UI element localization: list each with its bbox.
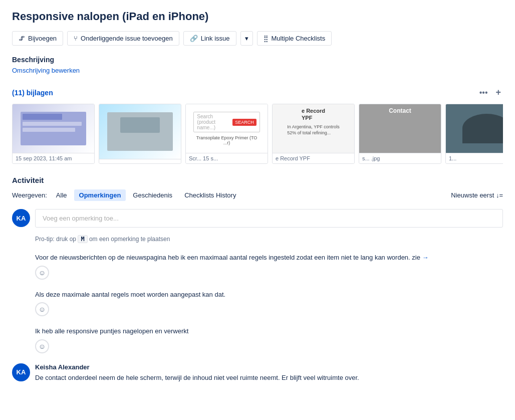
product-label: Transoplate Epoxy Primer (TO...r) xyxy=(196,135,258,145)
protip-text: Pro-tip: druk op xyxy=(35,236,78,243)
activity-item: Voor de nieuwsberichten op de nieuwspagi… xyxy=(12,253,503,280)
attachments-grid: 15 sep 2023, 11:45 am Search (product na… xyxy=(12,104,503,164)
attachments-add-button[interactable]: + xyxy=(493,86,503,99)
multiple-checklists-button[interactable]: ⣿ Multiple Checklists xyxy=(257,31,332,46)
activity-section: Activiteit Weergeven: Alle Opmerkingen G… xyxy=(12,176,503,382)
search-bar-fake: Search (product name...) SEARCH xyxy=(193,112,260,132)
attachment-label: s... .jpg xyxy=(359,153,441,163)
attachments-section: (11) bijlagen ••• + 15 sep 2023, 11:45 a… xyxy=(12,86,503,164)
issue-icon: ⑂ xyxy=(74,35,78,42)
attachment-preview xyxy=(446,104,503,153)
bijvoegen-label: Bijvoegen xyxy=(28,35,57,42)
link-issue-button[interactable]: 🔗 Link issue xyxy=(183,31,236,46)
chevron-down-icon: ▾ xyxy=(245,35,248,42)
attachments-more-button[interactable]: ••• xyxy=(477,87,490,98)
edit-description-link[interactable]: Omschrijving bewerken xyxy=(12,67,503,74)
filter-checklists-history-button[interactable]: Checklists History xyxy=(179,189,241,201)
link-issue-label: Link issue xyxy=(201,35,230,42)
search-fake-btn: SEARCH xyxy=(232,119,256,126)
attachment-item[interactable] xyxy=(99,104,181,164)
attachments-actions: ••• + xyxy=(477,86,503,99)
activity-icon-row: ☺ xyxy=(35,266,503,280)
multiple-checklists-label: Multiple Checklists xyxy=(272,35,326,42)
attachment-label xyxy=(99,159,181,163)
filter-label: Weergeven: xyxy=(12,191,47,199)
reaction-icon[interactable]: ☺ xyxy=(35,339,49,353)
attachment-preview: Search (product name...) SEARCH Transopl… xyxy=(186,104,268,153)
attachments-count-label: (11) bijlagen xyxy=(12,89,53,97)
avatar: KA xyxy=(12,209,30,227)
comment-body: De contact onderdeel neem de hele scherm… xyxy=(35,373,359,383)
protip-suffix: om een opmerking te plaatsen xyxy=(88,236,170,243)
link-icon: 🔗 xyxy=(190,35,198,42)
activity-text: Voor de nieuwsberichten op de nieuwspagi… xyxy=(35,253,503,263)
page-title: Responsive nalopen (iPad en iPhone) xyxy=(12,10,503,23)
dropdown-button[interactable]: ▾ xyxy=(240,31,253,46)
attachment-item[interactable]: 1... xyxy=(445,104,503,164)
attachment-preview xyxy=(13,104,94,153)
protip-key: M xyxy=(78,235,87,243)
activity-item: Als deze maximale aantal regels moet wor… xyxy=(12,290,503,317)
attachment-label: 15 sep 2023, 11:45 am xyxy=(13,153,94,163)
attachments-title: (11) bijlagen xyxy=(12,89,53,97)
reaction-icon[interactable]: ☺ xyxy=(35,266,49,280)
attachment-item[interactable]: 15 sep 2023, 11:45 am xyxy=(12,104,95,164)
avatar: KA xyxy=(12,363,30,381)
attachment-item[interactable]: e RecordYPF In Argentina, YPF controls 5… xyxy=(272,104,355,164)
attachment-item[interactable]: Contact s... .jpg xyxy=(359,104,441,164)
toolbar: 🖇 Bijvoegen ⑂ Onderliggende issue toevoe… xyxy=(12,31,503,46)
activity-comment: KA Keisha Alexander De contact onderdeel… xyxy=(12,363,503,383)
attachment-item[interactable]: Search (product name...) SEARCH Transopl… xyxy=(185,104,268,164)
filter-all-button[interactable]: Alle xyxy=(51,189,72,201)
activity-text: Ik heb alle responsive puntjes nagelopen… xyxy=(35,326,503,336)
attachment-label: e Record YPF xyxy=(273,153,354,163)
activity-text: Als deze maximale aantal regels moet wor… xyxy=(35,290,503,300)
attachment-preview: e RecordYPF In Argentina, YPF controls 5… xyxy=(273,104,354,153)
comment-username: Keisha Alexander xyxy=(35,363,359,371)
activity-item: Ik heb alle responsive puntjes nagelopen… xyxy=(12,326,503,353)
activity-title: Activiteit xyxy=(12,176,503,184)
attachment-label: 1... xyxy=(446,153,503,163)
activity-filters: Weergeven: Alle Opmerkingen Geschiedenis… xyxy=(12,189,503,201)
activity-icon-row: ☺ xyxy=(35,302,503,316)
activity-icon-row: ☺ xyxy=(35,339,503,353)
description-label: Beschrijving xyxy=(12,56,503,64)
checklists-icon: ⣿ xyxy=(264,35,269,42)
paperclip-icon: 🖇 xyxy=(19,35,25,42)
filter-opmerkingen-button[interactable]: Opmerkingen xyxy=(74,189,126,201)
reaction-icon[interactable]: ☺ xyxy=(35,302,49,316)
sort-label: Nieuwste eerst ↓= xyxy=(451,191,503,199)
sort-button[interactable]: Nieuwste eerst ↓= xyxy=(451,191,503,199)
comment-content: Keisha Alexander De contact onderdeel ne… xyxy=(35,363,359,383)
arrow-link[interactable]: → xyxy=(422,254,429,261)
onderliggende-label: Onderliggende issue toevoegen xyxy=(81,35,173,42)
attachment-preview: Contact xyxy=(359,104,441,153)
attachment-preview xyxy=(99,104,181,159)
onderliggende-button[interactable]: ⑂ Onderliggende issue toevoegen xyxy=(67,31,179,46)
attachments-header: (11) bijlagen ••• + xyxy=(12,86,503,99)
comment-area: KA Voeg een opmerking toe... xyxy=(12,209,503,228)
protip: Pro-tip: druk op M om een opmerking te p… xyxy=(35,236,503,243)
bijvoegen-button[interactable]: 🖇 Bijvoegen xyxy=(12,31,63,46)
description-section: Beschrijving Omschrijving bewerken xyxy=(12,56,503,74)
attachment-label: Scr... 15 s... xyxy=(186,153,268,163)
comment-input[interactable]: Voeg een opmerking toe... xyxy=(35,209,503,228)
filter-geschiedenis-button[interactable]: Geschiedenis xyxy=(128,189,177,201)
